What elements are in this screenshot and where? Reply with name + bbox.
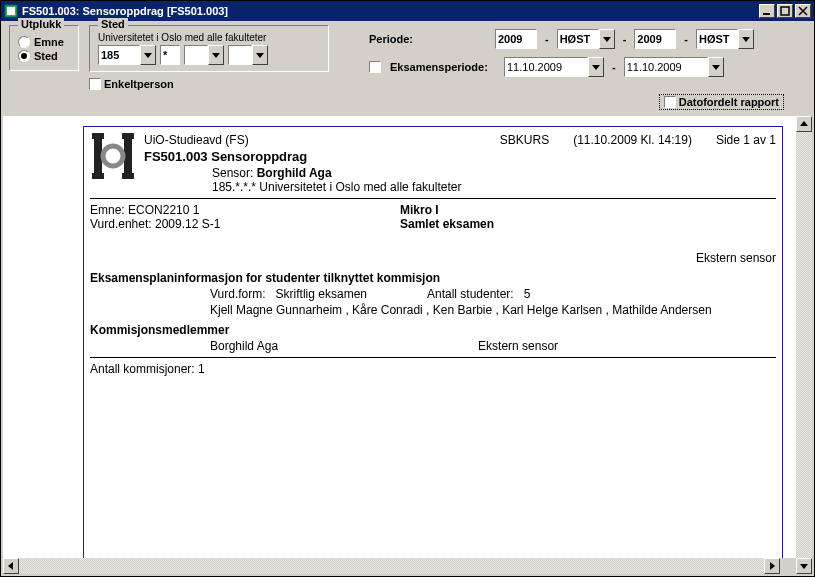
periode-sem-from-value[interactable]: HØST	[557, 29, 599, 49]
dash: -	[545, 33, 549, 45]
svg-rect-2	[763, 13, 770, 15]
window-title: FS501.003: Sensoroppdrag [FS501.003]	[22, 5, 759, 17]
svg-point-10	[103, 146, 123, 166]
komm-name: Borghild Aga	[210, 339, 278, 353]
dash: -	[612, 61, 616, 73]
chevron-down-icon[interactable]	[708, 57, 724, 77]
sted-group: Sted Universitetet i Oslo med alle fakul…	[89, 25, 329, 72]
radio-emne-label: Emne	[34, 36, 64, 48]
report-viewport: UiO-Studieavd (FS) SBKURS (11.10.2009 Kl…	[3, 116, 796, 558]
radio-sted[interactable]: Sted	[18, 50, 70, 62]
emne-name: Mikro I	[400, 203, 439, 217]
eksamensperiode-label: Eksamensperiode:	[390, 61, 498, 73]
utplukk-group: Utplukk Emne Sted	[9, 25, 79, 71]
sted-description: Universitetet i Oslo med alle fakulteter	[98, 32, 320, 43]
window: FS501.003: Sensoroppdrag [FS501.003] Utp…	[0, 0, 815, 577]
antall-label: Antall studenter:	[427, 287, 514, 301]
radio-emne-input[interactable]	[18, 36, 30, 48]
maximize-button[interactable]	[777, 4, 793, 18]
enkeltperson-checkbox-row[interactable]: Enkeltperson	[89, 78, 329, 90]
chevron-down-icon[interactable]	[738, 29, 754, 49]
svg-rect-8	[92, 173, 104, 179]
svg-rect-7	[122, 133, 134, 139]
report-page: UiO-Studieavd (FS) SBKURS (11.10.2009 Kl…	[83, 126, 783, 558]
report-timestamp: (11.10.2009 Kl. 14:19)	[573, 133, 692, 147]
svg-rect-9	[122, 173, 134, 179]
svg-rect-6	[92, 133, 104, 139]
scroll-up-button[interactable]	[796, 116, 812, 132]
close-button[interactable]	[795, 4, 811, 18]
scroll-track[interactable]	[796, 132, 812, 558]
eksamensperiode-checkbox[interactable]	[369, 61, 381, 73]
logo-icon	[90, 133, 136, 179]
chevron-down-icon[interactable]	[599, 29, 615, 49]
student-names: Kjell Magne Gunnarheim , Kåre Conradi , …	[210, 303, 750, 317]
vurd-value: 2009.12 S-1	[155, 217, 220, 231]
periode-year-to[interactable]: 2009	[634, 29, 676, 49]
sted-field-3[interactable]	[184, 45, 224, 65]
sted-field-1-value[interactable]: 185	[98, 45, 140, 65]
window-buttons	[759, 4, 811, 18]
utplukk-legend: Utplukk	[18, 18, 64, 30]
sted-field-4-value[interactable]	[228, 45, 252, 65]
scroll-down-button[interactable]	[796, 558, 812, 574]
periode-sem-from[interactable]: HØST	[557, 29, 615, 49]
report-role: Ekstern sensor	[90, 251, 776, 265]
report-user: SBKURS	[500, 133, 549, 147]
toolbar: Utplukk Emne Sted Sted Universitetet i O…	[1, 21, 814, 90]
svg-rect-1	[7, 7, 15, 15]
emne-label: Emne:	[90, 203, 125, 217]
report-org: UiO-Studieavd (FS)	[144, 133, 476, 147]
sted-legend: Sted	[98, 18, 128, 30]
report-footer: Antall kommisjoner: 1	[90, 362, 776, 376]
radio-emne[interactable]: Emne	[18, 36, 70, 48]
horizontal-scrollbar[interactable]	[3, 558, 796, 574]
periode-year-from[interactable]: 2009	[495, 29, 537, 49]
antall-value: 5	[524, 287, 531, 301]
vurdform-label: Vurd.form:	[210, 287, 266, 301]
enkeltperson-label: Enkeltperson	[104, 78, 174, 90]
periode-label: Periode:	[369, 33, 489, 45]
enkeltperson-checkbox[interactable]	[89, 78, 101, 90]
datofordelt-label: Datofordelt rapport	[679, 96, 779, 108]
chevron-down-icon[interactable]	[252, 45, 268, 65]
plan-title: Eksamensplaninformasjon for studenter ti…	[90, 271, 776, 285]
periode-sem-to[interactable]: HØST	[696, 29, 754, 49]
vurd-label: Vurd.enhet:	[90, 217, 152, 231]
datofordelt-checkbox[interactable]	[664, 96, 676, 108]
scroll-right-button[interactable]	[764, 558, 780, 574]
chevron-down-icon[interactable]	[208, 45, 224, 65]
vurdform-value: Skriftlig eksamen	[276, 287, 367, 301]
vertical-scrollbar[interactable]	[796, 116, 812, 574]
radio-sted-label: Sted	[34, 50, 58, 62]
scroll-corner	[780, 558, 796, 574]
emne-value: ECON2210 1	[128, 203, 199, 217]
sted-field-3-value[interactable]	[184, 45, 208, 65]
report-area: UiO-Studieavd (FS) SBKURS (11.10.2009 Kl…	[3, 116, 812, 574]
sted-field-4[interactable]	[228, 45, 268, 65]
periode-sem-to-value[interactable]: HØST	[696, 29, 738, 49]
svg-rect-3	[781, 7, 789, 15]
chevron-down-icon[interactable]	[140, 45, 156, 65]
app-icon	[4, 4, 18, 18]
datofordelt-row: Datofordelt rapport	[1, 90, 814, 110]
vurd-name: Samlet eksamen	[400, 217, 494, 231]
eksamensperiode-to-value[interactable]: 11.10.2009	[624, 57, 708, 77]
radio-sted-input[interactable]	[18, 50, 30, 62]
sted-field-2[interactable]: *	[160, 45, 180, 65]
eksamensperiode-from-value[interactable]: 11.10.2009	[504, 57, 588, 77]
chevron-down-icon[interactable]	[588, 57, 604, 77]
report-title: FS501.003 Sensoroppdrag	[144, 149, 776, 164]
sensor-name: Borghild Aga	[257, 166, 332, 180]
minimize-button[interactable]	[759, 4, 775, 18]
report-page-num: Side 1 av 1	[716, 133, 776, 147]
scroll-left-button[interactable]	[3, 558, 19, 574]
dash: -	[684, 33, 688, 45]
komm-title: Kommisjonsmedlemmer	[90, 323, 776, 337]
sted-field-1[interactable]: 185	[98, 45, 156, 65]
eksamensperiode-to[interactable]: 11.10.2009	[624, 57, 724, 77]
eksamensperiode-from[interactable]: 11.10.2009	[504, 57, 604, 77]
scroll-track[interactable]	[19, 558, 764, 574]
separator	[90, 198, 776, 199]
datofordelt-checkbox-row[interactable]: Datofordelt rapport	[659, 94, 784, 110]
